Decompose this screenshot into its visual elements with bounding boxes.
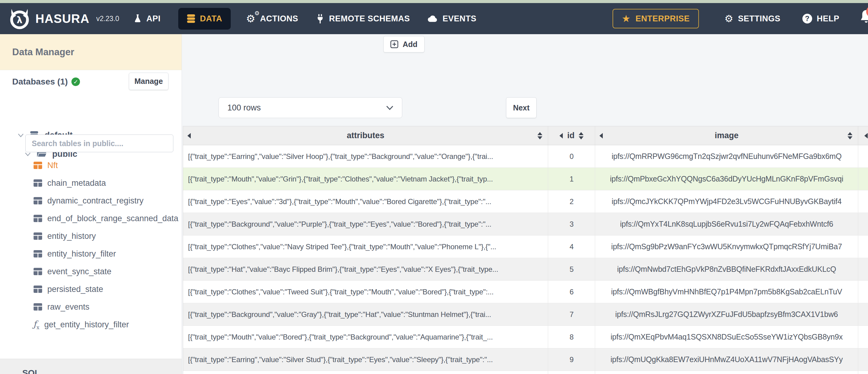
- cell-image[interactable]: ipfs://QmNwbd7ctEhGpVkP8nZvBBQfiNeFKRdxf…: [595, 258, 858, 280]
- cell-attributes[interactable]: [{"trait_type":"Background","value":"Pur…: [183, 213, 548, 235]
- cell-id[interactable]: 7: [548, 303, 595, 325]
- sidebar-function-item[interactable]: ƒx get_entity_history_filter: [0, 316, 182, 334]
- sidebar-table-item[interactable]: end_of_block_range_scanned_data: [0, 210, 182, 227]
- collapse-column-icon[interactable]: [864, 133, 868, 138]
- table-row[interactable]: [{"trait_type":"Mouth","value":"Bored"},…: [183, 326, 868, 348]
- table-row[interactable]: [{"trait_type":"Earring","value":"Silver…: [183, 348, 868, 371]
- cell-image[interactable]: ipfs://QmcJYkCKK7QPmYWjp4FD2e3Lv5WCGFuHN…: [595, 190, 858, 213]
- cell-id[interactable]: 3: [548, 213, 595, 235]
- notifications-button[interactable]: 8: [860, 9, 868, 28]
- sql-link[interactable]: SQL: [22, 368, 40, 374]
- cell-id[interactable]: 4: [548, 236, 595, 258]
- collapse-column-icon[interactable]: [559, 133, 563, 138]
- cell-attributes[interactable]: [{"trait_type":"Clothes","value":"Tweed …: [183, 281, 548, 303]
- search-input[interactable]: [25, 134, 173, 152]
- sidebar-table-item[interactable]: entity_history: [0, 227, 182, 245]
- cell-attributes[interactable]: [{"trait_type":"Mouth","value":"Grin"},{…: [183, 168, 548, 190]
- table-row[interactable]: [183, 371, 868, 374]
- table-icon: [33, 161, 42, 169]
- sidebar-table-item[interactable]: Nft: [0, 156, 182, 174]
- cell-image[interactable]: ipfs://QmYxT4LnK8sqLupjbS6eRvu1si7Ly2wFQ…: [595, 213, 858, 235]
- cell-attributes[interactable]: [183, 371, 548, 374]
- cell-id[interactable]: 0: [548, 145, 595, 167]
- cell-clipped: [858, 236, 868, 258]
- cell-clipped: [858, 348, 868, 371]
- chevron-down-icon[interactable]: [18, 133, 24, 137]
- settings-button[interactable]: ⚙ SETTINGS: [724, 14, 780, 24]
- cell-image[interactable]: ipfs://QmRRPWG96cmgTn2qSzjwr2qvfNEuhunv6…: [595, 145, 858, 167]
- collapse-column-icon[interactable]: [599, 133, 603, 138]
- cell-attributes[interactable]: [{"trait_type":"Earring","value":"Silver…: [183, 145, 548, 167]
- cell-image[interactable]: ipfs://QmUQgKka8EW7exiUHnMwZ4UoXA11wV7NF…: [595, 348, 858, 371]
- cell-id[interactable]: 9: [548, 348, 595, 371]
- cell-image[interactable]: ipfs://QmSg9bPzW9anFYc3wWU5KnvymwkxQTpmq…: [595, 236, 858, 258]
- table-row[interactable]: [{"trait_type":"Hat","value":"Bayc Flipp…: [183, 258, 868, 281]
- column-header-clipped[interactable]: [858, 126, 868, 145]
- table-row[interactable]: [{"trait_type":"Clothes","value":"Tweed …: [183, 281, 868, 303]
- rows-per-page-select[interactable]: 100 rows: [219, 97, 402, 118]
- collapse-column-icon[interactable]: [187, 133, 191, 138]
- cell-id[interactable]: 5: [548, 258, 595, 280]
- add-button[interactable]: Add: [383, 36, 425, 53]
- cell-attributes[interactable]: [{"trait_type":"Background","value":"Gra…: [183, 303, 548, 325]
- chevron-down-icon[interactable]: [25, 152, 31, 156]
- cell-clipped: [858, 168, 868, 190]
- cell-id[interactable]: [548, 371, 595, 374]
- nav-item-actions[interactable]: ⚙⚙ ACTIONS: [246, 13, 298, 24]
- table-icon: [33, 268, 42, 276]
- table-row[interactable]: [{"trait_type":"Background","value":"Gra…: [183, 303, 868, 326]
- cell-attributes[interactable]: [{"trait_type":"Earring","value":"Silver…: [183, 348, 548, 371]
- hasura-logo[interactable]: λ: [8, 7, 31, 30]
- sort-icon[interactable]: [537, 132, 542, 139]
- cell-id[interactable]: 2: [548, 190, 595, 213]
- cell-id[interactable]: 6: [548, 281, 595, 303]
- nav-item-label: ACTIONS: [260, 14, 298, 24]
- table-row[interactable]: [{"trait_type":"Earring","value":"Silver…: [183, 145, 868, 168]
- nav-item-label: DATA: [200, 14, 222, 24]
- sort-icon[interactable]: [847, 132, 852, 139]
- sidebar-table-item[interactable]: event_sync_state: [0, 263, 182, 280]
- cell-attributes[interactable]: [{"trait_type":"Hat","value":"Bayc Flipp…: [183, 258, 548, 280]
- sidebar-table-item[interactable]: entity_history_filter: [0, 245, 182, 263]
- table-name: entity_history_filter: [47, 249, 116, 259]
- cell-image[interactable]: ipfs://QmPbxeGcXhYQQNgsC6a36dDyYUcHgMLnG…: [595, 168, 858, 190]
- cell-image[interactable]: ipfs://QmWBgfBhyVmHNhBfEQ7p1P4Mpn7pm5b8K…: [595, 281, 858, 303]
- cell-attributes[interactable]: [{"trait_type":"Eyes","value":"3d"},{"tr…: [183, 190, 548, 213]
- cell-image[interactable]: ipfs://QmXEqPbvM4aq1SQSXN8DSuEcSo5SseYW1…: [595, 326, 858, 348]
- table-name: persisted_state: [47, 285, 103, 294]
- databases-label: Databases (1): [12, 77, 68, 87]
- cell-image[interactable]: [595, 371, 858, 374]
- table-icon: [33, 303, 42, 311]
- next-page-button[interactable]: Next: [506, 97, 536, 118]
- cell-image[interactable]: ipfs://QmRsJLrg27GQ1ZWyrXZFuJFdU5bapfzsy…: [595, 303, 858, 325]
- help-button[interactable]: ? HELP: [802, 14, 839, 24]
- sidebar-title: Data Manager: [12, 47, 74, 58]
- chevron-down-icon: [386, 105, 394, 110]
- enterprise-button[interactable]: ★ ENTERPRISE: [613, 9, 699, 28]
- table-row[interactable]: [{"trait_type":"Eyes","value":"3d"},{"tr…: [183, 190, 868, 213]
- table-row[interactable]: [{"trait_type":"Clothes","value":"Navy S…: [183, 236, 868, 258]
- help-label: HELP: [817, 14, 839, 24]
- nav-item-remote-schemas[interactable]: REMOTE SCHEMAS: [316, 14, 410, 24]
- table-row[interactable]: [{"trait_type":"Background","value":"Pur…: [183, 213, 868, 236]
- manage-button[interactable]: Manage: [129, 72, 168, 90]
- sidebar-table-item[interactable]: raw_events: [0, 298, 182, 316]
- sidebar-table-item[interactable]: persisted_state: [0, 280, 182, 298]
- sidebar-table-item[interactable]: chain_metadata: [0, 174, 182, 192]
- cell-attributes[interactable]: [{"trait_type":"Mouth","value":"Bored"},…: [183, 326, 548, 348]
- column-header-id[interactable]: id: [548, 126, 595, 145]
- nav-item-events[interactable]: EVENTS: [428, 14, 476, 24]
- nav-item-data[interactable]: DATA: [178, 8, 231, 30]
- cell-id[interactable]: 1: [548, 168, 595, 190]
- column-header-image[interactable]: image: [595, 126, 858, 145]
- table-icon: [33, 250, 42, 258]
- data-table: attributes id image [{"trait_type: [183, 126, 868, 374]
- cell-attributes[interactable]: [{"trait_type":"Clothes","value":"Navy S…: [183, 236, 548, 258]
- column-header-attributes[interactable]: attributes: [183, 126, 548, 145]
- sort-icon[interactable]: [579, 132, 584, 139]
- cell-id[interactable]: 8: [548, 326, 595, 348]
- nav-item-api[interactable]: API: [133, 14, 161, 24]
- table-row[interactable]: [{"trait_type":"Mouth","value":"Grin"},{…: [183, 168, 868, 190]
- sidebar-table-item[interactable]: dynamic_contract_registry: [0, 192, 182, 210]
- table-name: entity_history: [47, 231, 96, 241]
